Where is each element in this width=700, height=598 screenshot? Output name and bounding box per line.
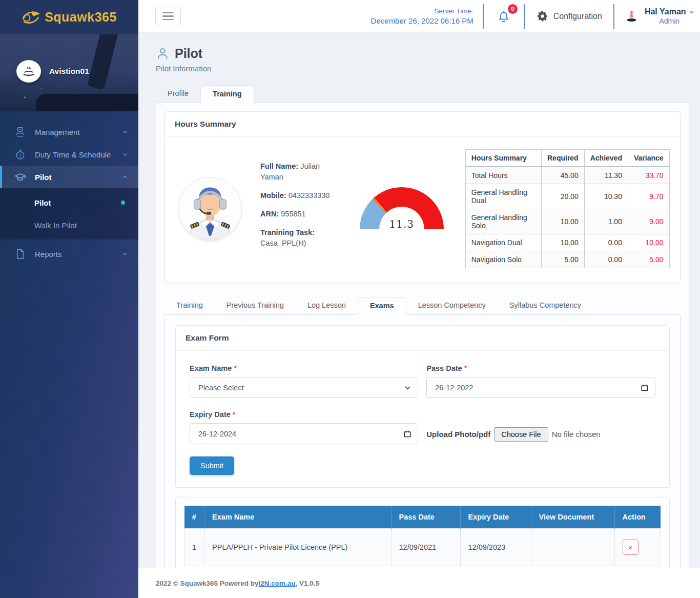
tab-profile[interactable]: Profile bbox=[156, 85, 200, 103]
tab-previous-training[interactable]: Previous Training bbox=[215, 297, 296, 315]
footer-text: , V1.0.5 bbox=[296, 580, 320, 587]
chevron-down-icon bbox=[122, 251, 128, 257]
hours-cell: Navigation Solo bbox=[465, 251, 541, 268]
tab-training-sub[interactable]: Training bbox=[164, 297, 215, 315]
submenu-item-pilot[interactable]: Pilot bbox=[0, 191, 138, 214]
graduation-cap-icon bbox=[14, 171, 26, 183]
exam-name-select[interactable]: Please Select bbox=[190, 377, 418, 398]
chevron-up-icon bbox=[122, 174, 128, 180]
arn-label: ARN: bbox=[260, 210, 279, 218]
expiry-date-label: Expiry Date bbox=[190, 410, 231, 418]
logo[interactable]: Squawk365 bbox=[0, 0, 138, 34]
upload-label: Upload Photo/pdf bbox=[426, 430, 490, 438]
sidebar-nav: Management Duty Time & Schedule Pilot bbox=[0, 111, 138, 265]
pilot-submenu: Pilot Walk In Pilot bbox=[0, 188, 138, 240]
arn-value: 955851 bbox=[281, 210, 305, 218]
server-time-label: Server Time: bbox=[371, 7, 473, 15]
chevron-down-icon bbox=[404, 384, 411, 391]
delete-exam-button[interactable]: × bbox=[623, 540, 639, 555]
hours-cell: General Handling Dual bbox=[465, 184, 541, 209]
cockpit-silhouette bbox=[87, 34, 119, 90]
submenu-item-walk-in-pilot[interactable]: Walk In Pilot bbox=[0, 214, 138, 236]
user-avatar-icon bbox=[625, 9, 639, 23]
exam-row-number: 1 bbox=[184, 529, 204, 566]
mobile-label: Mobile: bbox=[260, 191, 286, 200]
expiry-date-field: Expiry Date * 26-12-2024 bbox=[190, 410, 418, 444]
sidebar-item-management[interactable]: Management bbox=[0, 121, 138, 143]
training-tab-panel: Hours Summary bbox=[156, 103, 689, 568]
user-menu[interactable]: Hal Yaman Admin bbox=[614, 7, 694, 25]
pilot-avatar-illustration bbox=[179, 177, 241, 240]
active-indicator-dot bbox=[121, 201, 125, 205]
table-row: Navigation Solo 5.00 0.00 5.00 bbox=[465, 251, 669, 268]
tab-training[interactable]: Training bbox=[200, 85, 254, 103]
tab-log-lesson[interactable]: Log Lesson bbox=[296, 297, 358, 315]
sidebar-item-label: Reports bbox=[35, 250, 113, 258]
gear-icon bbox=[536, 10, 549, 23]
exam-col-header: Action bbox=[614, 506, 661, 529]
exams-tab-panel: Exam Form Exam Name * Please Select bbox=[164, 314, 681, 568]
choose-file-button[interactable]: Choose File bbox=[494, 427, 548, 442]
sidebar-item-reports[interactable]: Reports bbox=[0, 243, 138, 265]
hours-cell: 10.30 bbox=[584, 184, 628, 209]
footer-link[interactable]: I2N.com.au bbox=[259, 580, 296, 587]
exam-col-header: View Document bbox=[531, 506, 614, 529]
page-content: Pilot Pilot Information Profile Training… bbox=[138, 33, 700, 568]
pilot-details: Full Name: Julian Yaman Mobile: 04323333… bbox=[260, 161, 338, 256]
exam-list-card: # Exam Name Pass Date Expiry Date View D… bbox=[175, 497, 670, 568]
exam-name-label: Exam Name bbox=[190, 364, 232, 372]
exam-col-header: # bbox=[184, 506, 204, 529]
hours-col-header: Variance bbox=[628, 150, 669, 167]
no-file-chosen-text: No file chosen bbox=[552, 430, 601, 438]
hours-cell: General Handling Solo bbox=[465, 209, 541, 234]
hours-summary-card: Hours Summary bbox=[164, 111, 681, 283]
calendar-icon[interactable] bbox=[403, 430, 411, 438]
required-mark: * bbox=[233, 410, 236, 418]
hours-cell: 5.00 bbox=[542, 251, 585, 268]
hours-cell: 10.00 bbox=[542, 234, 585, 251]
sidebar-photo: Avistion01 bbox=[0, 34, 138, 111]
hours-cell: 45.00 bbox=[542, 167, 585, 184]
tab-syllabus-competency[interactable]: Syllabus Competency bbox=[498, 297, 593, 315]
calendar-icon[interactable] bbox=[641, 384, 649, 392]
pass-date-field: Pass Date * 26-12-2022 bbox=[426, 364, 655, 398]
cockpit-dash-silhouette bbox=[36, 94, 138, 111]
training-task-label: Tranining Task: bbox=[260, 228, 315, 236]
submit-button[interactable]: Submit bbox=[190, 456, 234, 475]
notifications-button[interactable]: 0 bbox=[484, 10, 524, 23]
chevron-down-icon bbox=[689, 9, 694, 15]
configuration-button[interactable]: Configuration bbox=[525, 10, 613, 23]
management-icon bbox=[14, 126, 26, 138]
sidebar-toggle-button[interactable] bbox=[155, 7, 181, 26]
tenant-avatar[interactable] bbox=[16, 60, 41, 83]
notification-badge: 0 bbox=[508, 4, 518, 14]
user-name: Hal Yaman bbox=[645, 7, 686, 16]
mobile-value: 0432333330 bbox=[289, 191, 330, 200]
exam-table: # Exam Name Pass Date Expiry Date View D… bbox=[184, 506, 661, 566]
exam-form-card: Exam Form Exam Name * Please Select bbox=[175, 325, 670, 488]
hours-gauge-value: 11.3 bbox=[360, 218, 444, 230]
hours-cell: 9.00 bbox=[628, 209, 669, 234]
hours-summary-table: Hours Summary Required Achieved Variance… bbox=[465, 149, 670, 268]
tab-lesson-competency[interactable]: Lesson Competency bbox=[406, 297, 498, 315]
sidebar: Squawk365 Avistion01 bbox=[0, 0, 138, 598]
hours-col-header: Required bbox=[542, 150, 585, 167]
configuration-label: Configuration bbox=[553, 12, 602, 21]
sidebar-item-pilot[interactable]: Pilot bbox=[0, 166, 138, 188]
sidebar-item-label: Duty Time & Schedule bbox=[35, 150, 113, 159]
required-mark: * bbox=[464, 364, 467, 372]
hours-gauge: 11.3 bbox=[360, 187, 444, 230]
document-icon bbox=[14, 248, 26, 260]
person-icon bbox=[156, 47, 170, 61]
pass-date-input[interactable]: 26-12-2022 bbox=[426, 377, 655, 398]
hours-col-header: Hours Summary bbox=[465, 150, 541, 167]
exam-col-header: Pass Date bbox=[391, 506, 460, 529]
tab-exams[interactable]: Exams bbox=[358, 297, 406, 315]
main-tabs: Profile Training bbox=[156, 85, 689, 103]
exam-name-field: Exam Name * Please Select bbox=[190, 364, 418, 398]
hours-cell: 20.00 bbox=[542, 184, 585, 209]
sidebar-item-duty-time[interactable]: Duty Time & Schedule bbox=[0, 143, 138, 166]
expiry-date-input[interactable]: 26-12-2024 bbox=[190, 423, 418, 444]
training-task-value: Casa_PPL(H) bbox=[260, 239, 306, 247]
hours-cell: 5.00 bbox=[628, 251, 669, 268]
